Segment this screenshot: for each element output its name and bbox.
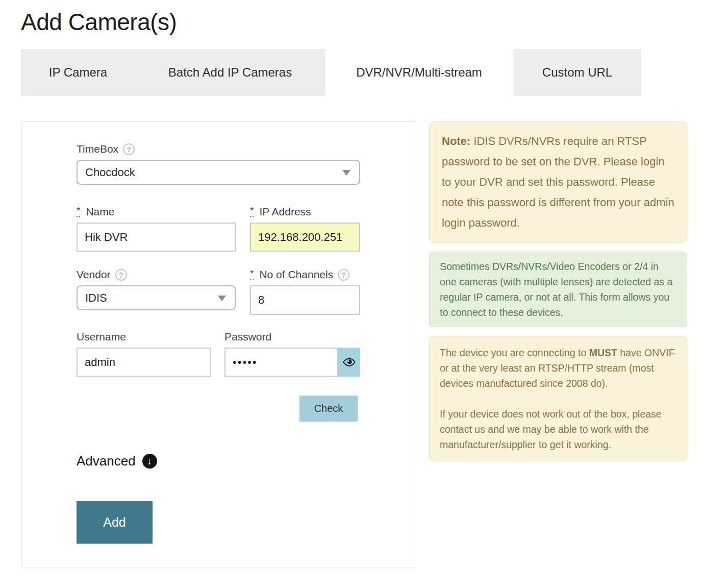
note-bold-prefix: Note: (442, 135, 470, 148)
dropdown-arrow-icon (342, 170, 350, 176)
tab-ip-camera[interactable]: IP Camera (21, 49, 135, 96)
timebox-help-icon[interactable]: ? (123, 143, 135, 155)
ip-address-input[interactable] (250, 223, 360, 252)
onvif-requirement-note: The device you are connecting to MUST ha… (429, 336, 687, 461)
note1-text: IDIS DVRs/NVRs require an RTSP password … (442, 135, 674, 229)
channels-label: * No of Channels ? (250, 268, 360, 281)
username-label: Username (77, 331, 211, 343)
main-content: TimeBox ? Chocdock * Name * (21, 121, 703, 568)
check-row: Check (299, 396, 415, 422)
vendor-channels-row: Vendor ? IDIS * No of Channels ? (77, 268, 415, 315)
tab-bar: IP Camera Batch Add IP Cameras DVR/NVR/M… (21, 49, 703, 96)
note3-p2: If your device does not work out of the … (440, 406, 676, 452)
password-label: Password (224, 331, 360, 343)
vendor-selected-value: IDIS (85, 291, 107, 305)
vendor-help-icon[interactable]: ? (115, 269, 127, 281)
required-marker: * (250, 207, 254, 217)
name-ip-row: * Name * IP Address (77, 206, 415, 252)
username-input[interactable] (77, 348, 211, 377)
vendor-label: Vendor ? (77, 268, 236, 281)
advanced-label: Advanced (77, 453, 136, 469)
advanced-toggle[interactable]: Advanced ↓ (77, 453, 157, 469)
tab-ip-camera-label: IP Camera (49, 65, 107, 80)
detection-info-note: Sometimes DVRs/NVRs/Video Encoders or 2/… (429, 252, 687, 327)
name-input[interactable] (77, 223, 236, 252)
vendor-select[interactable]: IDIS (77, 285, 236, 310)
name-label: * Name (77, 206, 236, 218)
page: Add Camera(s) IP Camera Batch Add IP Cam… (0, 0, 703, 568)
note2-text: Sometimes DVRs/NVRs/Video Encoders or 2/… (440, 259, 676, 320)
show-password-button[interactable] (338, 348, 360, 377)
required-marker: * (77, 207, 80, 217)
tab-dvr-nvr-label: DVR/NVR/Multi-stream (356, 65, 482, 80)
note3-p1-pre: The device you are connecting to (440, 347, 589, 358)
tab-batch-add-label: Batch Add IP Cameras (168, 65, 292, 80)
channels-help-icon[interactable]: ? (338, 269, 349, 281)
timebox-label: TimeBox ? (77, 143, 415, 155)
timebox-select[interactable]: Chocdock (77, 160, 360, 185)
check-button[interactable]: Check (299, 396, 358, 422)
note3-bold: MUST (589, 347, 617, 358)
notes-column: Note: IDIS DVRs/NVRs require an RTSP pas… (429, 121, 687, 461)
tab-custom-url[interactable]: Custom URL (513, 49, 641, 96)
idis-rtsp-note: Note: IDIS DVRs/NVRs require an RTSP pas… (429, 121, 687, 243)
add-dvr-form-panel: TimeBox ? Chocdock * Name * (21, 121, 415, 568)
password-input[interactable] (224, 348, 338, 377)
tab-custom-url-label: Custom URL (542, 65, 612, 80)
tab-dvr-nvr-multi-stream[interactable]: DVR/NVR/Multi-stream (325, 49, 513, 96)
tab-batch-add-ip-cameras[interactable]: Batch Add IP Cameras (135, 49, 325, 96)
timebox-selected-value: Chocdock (85, 166, 135, 179)
credentials-row: Username Password (77, 331, 415, 377)
channels-input[interactable] (250, 285, 360, 315)
page-title: Add Camera(s) (21, 8, 703, 36)
ip-address-label: * IP Address (250, 206, 360, 218)
add-button[interactable]: Add (77, 501, 153, 544)
required-marker: * (250, 270, 254, 280)
eye-icon (342, 355, 356, 369)
dropdown-arrow-icon (218, 296, 226, 301)
circle-down-arrow-icon: ↓ (142, 454, 157, 469)
